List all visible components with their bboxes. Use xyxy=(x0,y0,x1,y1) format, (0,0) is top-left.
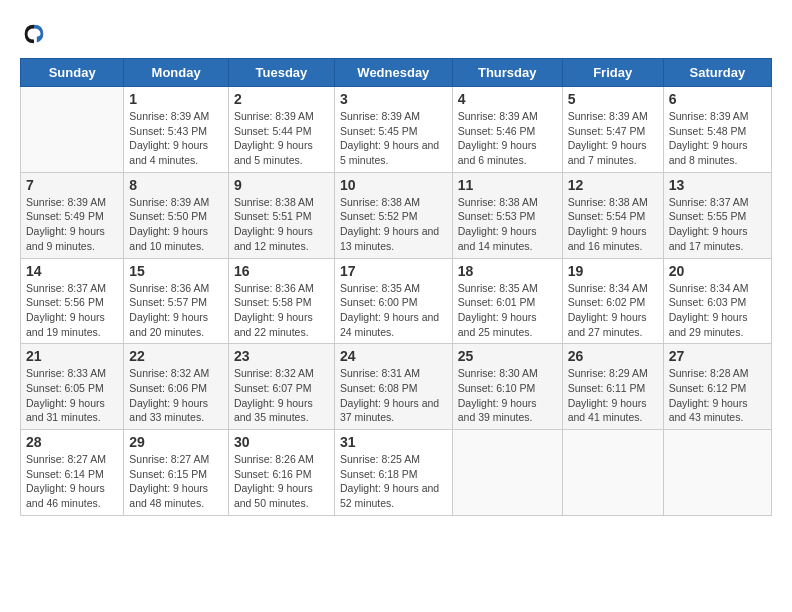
day-info: Sunrise: 8:39 AMSunset: 5:47 PMDaylight:… xyxy=(568,109,658,168)
day-info: Sunrise: 8:38 AMSunset: 5:53 PMDaylight:… xyxy=(458,195,557,254)
day-info: Sunrise: 8:38 AMSunset: 5:51 PMDaylight:… xyxy=(234,195,329,254)
day-number: 28 xyxy=(26,434,118,450)
day-number: 19 xyxy=(568,263,658,279)
calendar-cell: 20Sunrise: 8:34 AMSunset: 6:03 PMDayligh… xyxy=(663,258,771,344)
day-number: 24 xyxy=(340,348,447,364)
day-of-week-header: Thursday xyxy=(452,59,562,87)
calendar-cell xyxy=(452,430,562,516)
day-info: Sunrise: 8:38 AMSunset: 5:54 PMDaylight:… xyxy=(568,195,658,254)
day-info: Sunrise: 8:28 AMSunset: 6:12 PMDaylight:… xyxy=(669,366,766,425)
calendar-cell: 10Sunrise: 8:38 AMSunset: 5:52 PMDayligh… xyxy=(334,172,452,258)
day-number: 10 xyxy=(340,177,447,193)
calendar-cell xyxy=(562,430,663,516)
day-info: Sunrise: 8:33 AMSunset: 6:05 PMDaylight:… xyxy=(26,366,118,425)
day-of-week-header: Sunday xyxy=(21,59,124,87)
calendar-cell: 13Sunrise: 8:37 AMSunset: 5:55 PMDayligh… xyxy=(663,172,771,258)
header-area xyxy=(20,20,772,48)
day-info: Sunrise: 8:27 AMSunset: 6:14 PMDaylight:… xyxy=(26,452,118,511)
day-info: Sunrise: 8:38 AMSunset: 5:52 PMDaylight:… xyxy=(340,195,447,254)
calendar-cell: 9Sunrise: 8:38 AMSunset: 5:51 PMDaylight… xyxy=(228,172,334,258)
calendar-cell: 3Sunrise: 8:39 AMSunset: 5:45 PMDaylight… xyxy=(334,87,452,173)
day-number: 7 xyxy=(26,177,118,193)
day-info: Sunrise: 8:37 AMSunset: 5:55 PMDaylight:… xyxy=(669,195,766,254)
day-number: 9 xyxy=(234,177,329,193)
day-number: 15 xyxy=(129,263,223,279)
day-number: 27 xyxy=(669,348,766,364)
calendar-cell: 17Sunrise: 8:35 AMSunset: 6:00 PMDayligh… xyxy=(334,258,452,344)
day-number: 18 xyxy=(458,263,557,279)
day-info: Sunrise: 8:32 AMSunset: 6:06 PMDaylight:… xyxy=(129,366,223,425)
day-number: 31 xyxy=(340,434,447,450)
day-info: Sunrise: 8:36 AMSunset: 5:58 PMDaylight:… xyxy=(234,281,329,340)
day-of-week-header: Friday xyxy=(562,59,663,87)
day-number: 2 xyxy=(234,91,329,107)
calendar-cell: 28Sunrise: 8:27 AMSunset: 6:14 PMDayligh… xyxy=(21,430,124,516)
calendar-cell: 16Sunrise: 8:36 AMSunset: 5:58 PMDayligh… xyxy=(228,258,334,344)
calendar-cell: 15Sunrise: 8:36 AMSunset: 5:57 PMDayligh… xyxy=(124,258,229,344)
day-info: Sunrise: 8:26 AMSunset: 6:16 PMDaylight:… xyxy=(234,452,329,511)
day-info: Sunrise: 8:32 AMSunset: 6:07 PMDaylight:… xyxy=(234,366,329,425)
day-number: 16 xyxy=(234,263,329,279)
calendar-cell: 5Sunrise: 8:39 AMSunset: 5:47 PMDaylight… xyxy=(562,87,663,173)
day-number: 21 xyxy=(26,348,118,364)
day-number: 5 xyxy=(568,91,658,107)
calendar-cell: 30Sunrise: 8:26 AMSunset: 6:16 PMDayligh… xyxy=(228,430,334,516)
day-info: Sunrise: 8:31 AMSunset: 6:08 PMDaylight:… xyxy=(340,366,447,425)
calendar-cell: 19Sunrise: 8:34 AMSunset: 6:02 PMDayligh… xyxy=(562,258,663,344)
day-info: Sunrise: 8:39 AMSunset: 5:44 PMDaylight:… xyxy=(234,109,329,168)
day-number: 12 xyxy=(568,177,658,193)
calendar-cell: 29Sunrise: 8:27 AMSunset: 6:15 PMDayligh… xyxy=(124,430,229,516)
day-number: 14 xyxy=(26,263,118,279)
day-of-week-header: Wednesday xyxy=(334,59,452,87)
calendar-cell xyxy=(663,430,771,516)
day-info: Sunrise: 8:27 AMSunset: 6:15 PMDaylight:… xyxy=(129,452,223,511)
calendar-cell: 12Sunrise: 8:38 AMSunset: 5:54 PMDayligh… xyxy=(562,172,663,258)
calendar-cell: 6Sunrise: 8:39 AMSunset: 5:48 PMDaylight… xyxy=(663,87,771,173)
day-info: Sunrise: 8:39 AMSunset: 5:50 PMDaylight:… xyxy=(129,195,223,254)
day-info: Sunrise: 8:36 AMSunset: 5:57 PMDaylight:… xyxy=(129,281,223,340)
day-info: Sunrise: 8:35 AMSunset: 6:00 PMDaylight:… xyxy=(340,281,447,340)
calendar-cell: 1Sunrise: 8:39 AMSunset: 5:43 PMDaylight… xyxy=(124,87,229,173)
calendar-cell: 14Sunrise: 8:37 AMSunset: 5:56 PMDayligh… xyxy=(21,258,124,344)
day-info: Sunrise: 8:34 AMSunset: 6:03 PMDaylight:… xyxy=(669,281,766,340)
calendar-cell: 11Sunrise: 8:38 AMSunset: 5:53 PMDayligh… xyxy=(452,172,562,258)
day-of-week-header: Tuesday xyxy=(228,59,334,87)
day-number: 3 xyxy=(340,91,447,107)
day-info: Sunrise: 8:29 AMSunset: 6:11 PMDaylight:… xyxy=(568,366,658,425)
calendar-cell: 4Sunrise: 8:39 AMSunset: 5:46 PMDaylight… xyxy=(452,87,562,173)
day-info: Sunrise: 8:34 AMSunset: 6:02 PMDaylight:… xyxy=(568,281,658,340)
calendar-cell: 18Sunrise: 8:35 AMSunset: 6:01 PMDayligh… xyxy=(452,258,562,344)
calendar-cell: 25Sunrise: 8:30 AMSunset: 6:10 PMDayligh… xyxy=(452,344,562,430)
day-number: 29 xyxy=(129,434,223,450)
calendar-cell: 27Sunrise: 8:28 AMSunset: 6:12 PMDayligh… xyxy=(663,344,771,430)
day-info: Sunrise: 8:25 AMSunset: 6:18 PMDaylight:… xyxy=(340,452,447,511)
calendar-table: SundayMondayTuesdayWednesdayThursdayFrid… xyxy=(20,58,772,516)
day-number: 6 xyxy=(669,91,766,107)
calendar-cell: 7Sunrise: 8:39 AMSunset: 5:49 PMDaylight… xyxy=(21,172,124,258)
day-info: Sunrise: 8:39 AMSunset: 5:43 PMDaylight:… xyxy=(129,109,223,168)
day-info: Sunrise: 8:39 AMSunset: 5:49 PMDaylight:… xyxy=(26,195,118,254)
day-number: 26 xyxy=(568,348,658,364)
day-info: Sunrise: 8:39 AMSunset: 5:46 PMDaylight:… xyxy=(458,109,557,168)
day-info: Sunrise: 8:39 AMSunset: 5:45 PMDaylight:… xyxy=(340,109,447,168)
calendar-cell: 26Sunrise: 8:29 AMSunset: 6:11 PMDayligh… xyxy=(562,344,663,430)
day-number: 8 xyxy=(129,177,223,193)
day-number: 11 xyxy=(458,177,557,193)
calendar-cell: 31Sunrise: 8:25 AMSunset: 6:18 PMDayligh… xyxy=(334,430,452,516)
calendar-cell: 2Sunrise: 8:39 AMSunset: 5:44 PMDaylight… xyxy=(228,87,334,173)
day-number: 25 xyxy=(458,348,557,364)
day-number: 23 xyxy=(234,348,329,364)
day-number: 17 xyxy=(340,263,447,279)
day-number: 13 xyxy=(669,177,766,193)
calendar-cell: 21Sunrise: 8:33 AMSunset: 6:05 PMDayligh… xyxy=(21,344,124,430)
calendar-cell: 22Sunrise: 8:32 AMSunset: 6:06 PMDayligh… xyxy=(124,344,229,430)
day-number: 4 xyxy=(458,91,557,107)
day-info: Sunrise: 8:37 AMSunset: 5:56 PMDaylight:… xyxy=(26,281,118,340)
calendar-cell: 23Sunrise: 8:32 AMSunset: 6:07 PMDayligh… xyxy=(228,344,334,430)
day-number: 22 xyxy=(129,348,223,364)
calendar-cell: 24Sunrise: 8:31 AMSunset: 6:08 PMDayligh… xyxy=(334,344,452,430)
day-number: 30 xyxy=(234,434,329,450)
calendar-cell xyxy=(21,87,124,173)
day-of-week-header: Saturday xyxy=(663,59,771,87)
day-number: 1 xyxy=(129,91,223,107)
